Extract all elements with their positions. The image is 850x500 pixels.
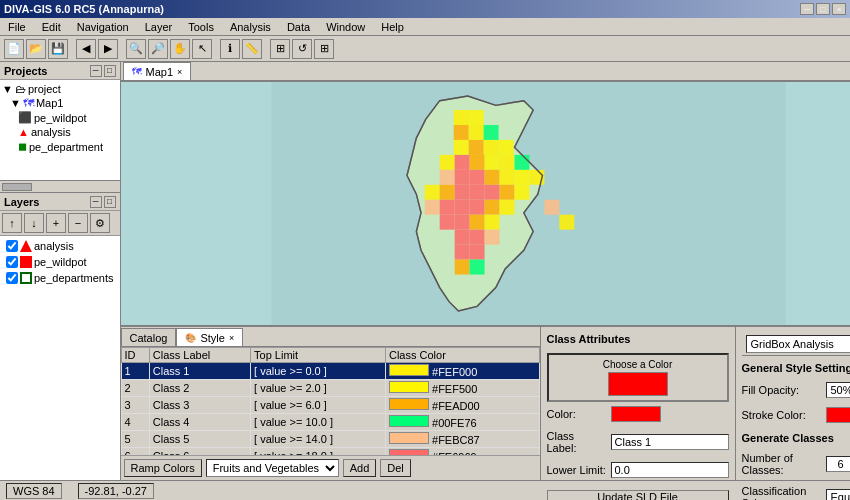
menu-window[interactable]: Window [322, 21, 369, 33]
map-canvas[interactable] [121, 82, 851, 325]
layer-red-icon: ▲ [18, 126, 29, 138]
projects-maximize-button[interactable]: □ [104, 65, 116, 77]
layers-minimize-button[interactable]: ─ [90, 196, 102, 208]
table-row[interactable]: 2Class 2[ value >= 2.0 ] #FEF500 [121, 380, 539, 397]
cell-color: #FE6969 [385, 448, 539, 456]
zoom-out-button[interactable]: 🔎 [148, 39, 168, 59]
new-button[interactable]: 📄 [4, 39, 24, 59]
lower-limit-input[interactable]: 0.0 [611, 462, 729, 478]
vegetation-combo[interactable]: Fruits and Vegetables [206, 459, 339, 477]
col-color: Class Color [385, 348, 539, 363]
add-class-button[interactable]: Add [343, 459, 377, 477]
classification-select[interactable]: Equal Interval [826, 489, 851, 500]
layer-settings-button[interactable]: ⚙ [90, 213, 110, 233]
color-label: Color: [547, 408, 607, 420]
layer-row-pedepartments[interactable]: pe_departments [2, 270, 118, 286]
ramp-colors-button[interactable]: Ramp Colors [124, 459, 202, 477]
measure-button[interactable]: 📏 [242, 39, 262, 59]
svg-rect-31 [424, 200, 439, 215]
tree-item-analysis[interactable]: ▲ analysis [18, 125, 118, 139]
layers-maximize-button[interactable]: □ [104, 196, 116, 208]
layer-icon-analysis [20, 240, 32, 252]
tree-item-label: Map1 [36, 97, 64, 109]
minimize-button[interactable]: ─ [800, 3, 814, 15]
menu-help[interactable]: Help [377, 21, 408, 33]
save-button[interactable]: 💾 [48, 39, 68, 59]
layer-remove-button[interactable]: − [68, 213, 88, 233]
tree-item-pedepartment[interactable]: ◼ pe_department [18, 139, 118, 154]
menu-navigation[interactable]: Navigation [73, 21, 133, 33]
pan-button[interactable]: ✋ [170, 39, 190, 59]
svg-rect-27 [469, 185, 484, 200]
bottom-area: Catalog 🎨 Style × ID Class Labe [121, 325, 851, 480]
cell-label: Class 6 [149, 448, 250, 456]
extent-button[interactable]: ⊞ [270, 39, 290, 59]
zoom-in-button[interactable]: 🔍 [126, 39, 146, 59]
cell-id: 3 [121, 397, 149, 414]
layer-down-button[interactable]: ↓ [24, 213, 44, 233]
layer-checkbox-pewildpot[interactable] [6, 256, 18, 268]
main-toolbar: 📄 📂 💾 ◀ ▶ 🔍 🔎 ✋ ↖ ℹ 📏 ⊞ ↺ ⊞ [0, 36, 850, 62]
table-row[interactable]: 3Class 3[ value >= 6.0 ] #FEAD00 [121, 397, 539, 414]
open-icon: 📂 [29, 42, 43, 55]
class-label-input[interactable]: Class 1 [611, 434, 729, 450]
layer-up-button[interactable]: ↑ [2, 213, 22, 233]
main-layout: Projects ─ □ ▼ 🗁 project ▼ 🗺 Map1 [0, 62, 850, 480]
tree-item-label: pe_wildpot [34, 112, 87, 124]
tree-item-project[interactable]: ▼ 🗁 project [2, 82, 118, 96]
back-button[interactable]: ◀ [76, 39, 96, 59]
projects-hscroll[interactable] [0, 180, 120, 192]
menu-edit[interactable]: Edit [38, 21, 65, 33]
num-classes-input[interactable] [826, 456, 851, 472]
identify-button[interactable]: ℹ [220, 39, 240, 59]
menu-layer[interactable]: Layer [141, 21, 177, 33]
projects-minimize-button[interactable]: ─ [90, 65, 102, 77]
svg-rect-2 [453, 110, 468, 125]
layer-checkbox-pedepartments[interactable] [6, 272, 18, 284]
table-row[interactable]: 6Class 6[ value >= 18.0 ] #FE6969 [121, 448, 539, 456]
style-tab[interactable]: 🎨 Style × [176, 328, 243, 346]
fill-opacity-select[interactable]: 50% [826, 382, 851, 398]
table-row[interactable]: 4Class 4[ value >= 10.0 ] #00FE76 [121, 414, 539, 431]
gridbbox-combo[interactable]: GridBox Analysis [746, 335, 851, 353]
update-sld-button[interactable]: Update SLD File [547, 490, 729, 500]
color-swatch[interactable] [611, 406, 661, 422]
catalog-tab[interactable]: Catalog [121, 328, 177, 346]
layer-add-button[interactable]: + [46, 213, 66, 233]
choose-color-swatch[interactable] [608, 372, 668, 396]
open-button[interactable]: 📂 [26, 39, 46, 59]
menu-analysis[interactable]: Analysis [226, 21, 275, 33]
cell-id: 4 [121, 414, 149, 431]
map-tab-bar: 🗺 Map1 × ─ □ [121, 62, 851, 82]
map-tab[interactable]: 🗺 Map1 × [123, 62, 192, 80]
svg-rect-4 [453, 125, 468, 140]
svg-rect-14 [484, 155, 499, 170]
maximize-button[interactable]: □ [816, 3, 830, 15]
layer-row-analysis[interactable]: analysis [2, 238, 118, 254]
refresh-button[interactable]: ↺ [292, 39, 312, 59]
style-tab-close[interactable]: × [229, 333, 234, 343]
cell-toplimit: [ value >= 10.0 ] [251, 414, 386, 431]
menu-tools[interactable]: Tools [184, 21, 218, 33]
layer-checkbox-analysis[interactable] [6, 240, 18, 252]
tree-item-map1[interactable]: ▼ 🗺 Map1 [10, 96, 118, 110]
map-tab-close[interactable]: × [177, 67, 182, 77]
table-row[interactable]: 1Class 1[ value >= 0.0 ] #FEF000 [121, 363, 539, 380]
stroke-color-swatch[interactable] [826, 407, 851, 423]
hscroll-thumb[interactable] [2, 183, 32, 191]
forward-button[interactable]: ▶ [98, 39, 118, 59]
menu-file[interactable]: File [4, 21, 30, 33]
grid-button[interactable]: ⊞ [314, 39, 334, 59]
select-button[interactable]: ↖ [192, 39, 212, 59]
color-row: Color: [547, 406, 729, 422]
svg-rect-39 [469, 215, 484, 230]
menu-data[interactable]: Data [283, 21, 314, 33]
layer-row-pewildpot[interactable]: pe_wildpot [2, 254, 118, 270]
close-button[interactable]: × [832, 3, 846, 15]
layer-icon-pedepartments [20, 272, 32, 284]
tree-item-pewildpot[interactable]: ⬛ pe_wildpot [18, 110, 118, 125]
svg-rect-49 [559, 215, 574, 230]
table-row[interactable]: 5Class 5[ value >= 14.0 ] #FEBC87 [121, 431, 539, 448]
del-class-button[interactable]: Del [380, 459, 411, 477]
new-icon: 📄 [7, 42, 21, 55]
